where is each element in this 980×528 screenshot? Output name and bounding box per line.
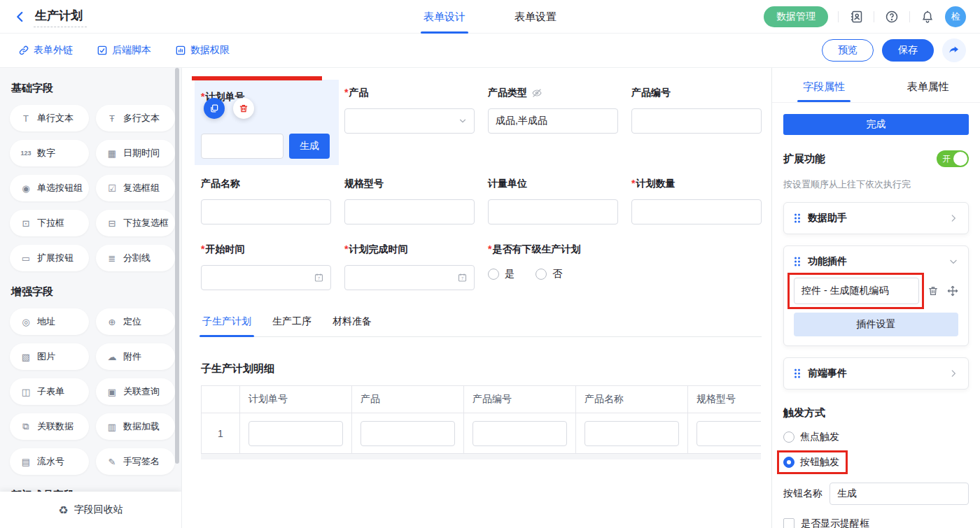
tab-field-properties[interactable]: 字段属性 — [772, 75, 876, 102]
field-item-attachment[interactable]: ☁附件 — [96, 343, 175, 370]
field-item-address[interactable]: ◎地址 — [10, 308, 89, 335]
form-canvas: *计划单号 生成 *产 — [182, 68, 771, 528]
tab-production-process[interactable]: 生产工序 — [271, 311, 313, 336]
section-title-basic-fields: 基础字段 — [11, 82, 181, 95]
field-control: 生成 — [201, 134, 331, 159]
start-time-input[interactable] — [201, 265, 331, 290]
field-item-locate[interactable]: ⊕定位 — [96, 308, 175, 335]
field-item-divider[interactable]: ≣分割线 — [96, 245, 175, 271]
field-item-checkbox-group[interactable]: ☑复选框组 — [96, 175, 175, 201]
column-header: 产品名称 — [576, 386, 688, 413]
card-frontend-event[interactable]: 前端事件 — [783, 357, 969, 390]
product-name-input[interactable] — [201, 199, 331, 224]
plugin-settings-button[interactable]: 插件设置 — [794, 313, 958, 336]
field-recycle-bin[interactable]: ♻ 字段回收站 — [0, 492, 181, 528]
card-data-assistant[interactable]: 数据助手 — [783, 202, 969, 234]
plan-finish-time-input[interactable] — [344, 265, 475, 290]
field-item-data-load[interactable]: ▥数据加载 — [96, 413, 175, 440]
drag-handle-icon[interactable] — [794, 213, 801, 223]
sidebar-scrollbar[interactable] — [175, 68, 179, 464]
button-name-input[interactable] — [830, 483, 969, 505]
field-item-related-data[interactable]: ⧉关联数据 — [10, 413, 89, 440]
avatar[interactable]: 检 — [945, 6, 966, 27]
field-item-single-line-text[interactable]: T单行文本 — [10, 105, 89, 131]
cell-product-code-input[interactable] — [472, 421, 567, 446]
field-plan-number[interactable]: *计划单号 生成 — [201, 86, 331, 159]
field-item-datetime[interactable]: ▦日期时间 — [96, 140, 175, 166]
preview-button[interactable]: 预览 — [822, 39, 874, 62]
copy-field-button[interactable] — [204, 98, 225, 119]
radio-option-no[interactable]: 否 — [536, 268, 562, 280]
backend-script-button[interactable]: 后端脚本 — [97, 44, 151, 57]
done-button[interactable]: 完成 — [783, 114, 969, 135]
delete-plugin-icon[interactable] — [927, 285, 939, 297]
chevron-right-icon[interactable] — [948, 213, 958, 223]
drag-handle-icon[interactable] — [794, 257, 801, 266]
field-product-name[interactable]: 产品名称 — [201, 177, 331, 224]
chevron-right-icon[interactable] — [948, 369, 958, 378]
notification-bell-icon[interactable] — [920, 9, 935, 24]
product-type-input[interactable] — [488, 108, 618, 134]
cell-product-input[interactable] — [360, 421, 455, 446]
field-item-number[interactable]: 123数字 — [10, 140, 89, 166]
tab-form-design[interactable]: 表单设计 — [424, 0, 465, 34]
chevron-down-icon[interactable] — [948, 257, 958, 266]
help-icon[interactable] — [884, 9, 899, 24]
generate-button[interactable]: 生成 — [289, 134, 330, 159]
contacts-icon[interactable] — [848, 9, 864, 24]
extension-toggle[interactable]: 开 — [937, 150, 969, 167]
cell-product-name-input[interactable] — [584, 421, 679, 446]
section-title-enhanced-fields: 增强字段 — [11, 285, 181, 299]
field-plan-quantity[interactable]: *计划数量 — [631, 177, 762, 224]
back-icon[interactable] — [14, 10, 27, 23]
field-product-type[interactable]: 产品类型 — [488, 86, 618, 159]
tab-sub-production-plan[interactable]: 子生产计划 — [201, 311, 253, 336]
field-item-subform[interactable]: ◫子表单 — [10, 378, 89, 405]
field-item-image[interactable]: ▧图片 — [10, 343, 89, 370]
tab-form-properties[interactable]: 表单属性 — [876, 75, 980, 102]
field-start-time[interactable]: *开始时间 7 — [201, 243, 331, 290]
cell-spec-model-input[interactable] — [696, 421, 761, 446]
field-item-multi-line-text[interactable]: Ŧ多行文本 — [96, 105, 175, 131]
spec-model-input[interactable] — [344, 199, 475, 224]
cell-plan-number-input[interactable] — [248, 421, 343, 446]
radio-focus-trigger[interactable]: 焦点触发 — [783, 431, 969, 443]
plan-number-input[interactable] — [201, 134, 284, 159]
field-product-code[interactable]: 产品编号 — [631, 86, 762, 159]
field-has-sub-plan[interactable]: *是否有下级生产计划 是 否 — [488, 243, 762, 290]
panel-tabs: 字段属性 表单属性 — [772, 75, 980, 103]
basic-fields-grid: T单行文本 Ŧ多行文本 123数字 ▦日期时间 ◉单选按钮组 ☑复选框组 ⊡下拉… — [10, 105, 181, 271]
product-select[interactable] — [344, 108, 475, 134]
unit-input[interactable] — [488, 199, 618, 224]
plan-quantity-input[interactable] — [631, 199, 762, 224]
plugin-select[interactable]: 控件 - 生成随机编码 — [794, 278, 919, 304]
share-button[interactable] — [942, 38, 966, 62]
field-item-related-query[interactable]: ▣关联查询 — [96, 378, 175, 405]
field-item-multi-dropdown[interactable]: ⊟下拉复选框 — [96, 210, 175, 236]
field-item-signature[interactable]: ✎手写签名 — [96, 448, 175, 475]
field-product[interactable]: *产品 — [344, 86, 475, 159]
designer-body: 基础字段 T单行文本 Ŧ多行文本 123数字 ▦日期时间 ◉单选按钮组 ☑复选框… — [0, 68, 980, 528]
table-horizontal-scrollbar[interactable] — [201, 454, 761, 459]
product-code-input[interactable] — [631, 108, 762, 134]
radio-option-yes[interactable]: 是 — [488, 268, 514, 280]
external-link-button[interactable]: 表单外链 — [18, 44, 73, 57]
page-title[interactable]: 生产计划 — [34, 6, 87, 27]
field-item-extend-button[interactable]: ▭扩展按钮 — [10, 245, 89, 271]
field-item-serial-number[interactable]: ▤流水号 — [10, 448, 89, 475]
data-permission-button[interactable]: 数据权限 — [175, 44, 230, 57]
data-manage-button[interactable]: 数据管理 — [764, 6, 828, 27]
tab-form-settings[interactable]: 表单设置 — [514, 0, 556, 34]
field-plan-finish-time[interactable]: *计划完成时间 7 — [344, 243, 475, 290]
field-item-radio-group[interactable]: ◉单选按钮组 — [10, 175, 89, 201]
drag-handle-icon[interactable] — [794, 369, 801, 378]
field-unit[interactable]: 计量单位 — [488, 177, 618, 224]
field-spec-model[interactable]: 规格型号 — [344, 177, 475, 224]
radio-button-trigger[interactable]: 按钮触发 — [783, 456, 839, 469]
save-button[interactable]: 保存 — [882, 39, 934, 62]
move-plugin-icon[interactable] — [947, 285, 958, 297]
tab-material-preparation[interactable]: 材料准备 — [331, 311, 373, 336]
delete-field-button[interactable] — [233, 98, 254, 119]
field-item-dropdown[interactable]: ⊡下拉框 — [10, 210, 89, 236]
checkbox-icon[interactable] — [783, 518, 794, 528]
